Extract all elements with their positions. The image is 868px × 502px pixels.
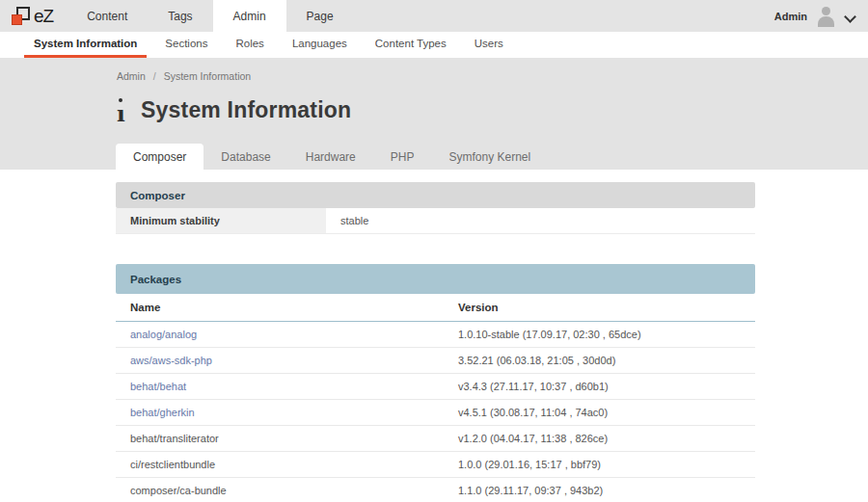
package-name-link[interactable]: aws/aws-sdk-php <box>116 348 444 373</box>
logo-orange-square <box>12 14 22 25</box>
package-version: v1.2.0 (04.04.17, 11:38 , 826ce) <box>444 426 755 451</box>
ez-logo-icon <box>12 7 30 25</box>
subnav-item-system-information[interactable]: System Information <box>24 32 147 58</box>
tab-symfony-kernel[interactable]: Symfony Kernel <box>431 144 548 170</box>
section-gap <box>116 234 868 264</box>
packages-table-header: Name Version <box>116 294 755 322</box>
package-name-link[interactable]: behat/behat <box>116 374 444 399</box>
package-version: 1.1.0 (29.11.17, 09:37 , 943b2) <box>444 478 755 502</box>
table-row: analog/analog 1.0.10-stable (17.09.17, 0… <box>116 322 755 348</box>
composer-section: Composer Minimum stability stable <box>116 182 755 234</box>
subnav-item-roles[interactable]: Roles <box>226 32 273 58</box>
tab-composer[interactable]: Composer <box>116 144 203 170</box>
package-version: v3.4.3 (27.11.17, 10:37 , d60b1) <box>444 374 755 399</box>
top-nav-item-admin[interactable]: Admin <box>213 0 286 32</box>
package-version: v4.5.1 (30.08.17, 11:04 , 74ac0) <box>444 400 755 425</box>
package-name-link[interactable]: analog/analog <box>116 322 444 347</box>
subnav-item-users[interactable]: Users <box>465 32 513 58</box>
tab-bar: Composer Database Hardware PHP Symfony K… <box>116 144 548 170</box>
breadcrumb: Admin / System Information <box>0 58 868 82</box>
breadcrumb-current: System Information <box>164 70 251 82</box>
page-title: System Information <box>141 97 351 123</box>
info-icon: ı <box>115 97 129 123</box>
breadcrumb-separator: / <box>153 70 156 82</box>
minimum-stability-label: Minimum stability <box>116 208 326 233</box>
package-version: 3.52.21 (06.03.18, 21:05 , 30d0d) <box>444 348 755 373</box>
tab-php[interactable]: PHP <box>373 144 432 170</box>
packages-section-header: Packages <box>116 264 755 294</box>
top-nav-item-content[interactable]: Content <box>67 0 148 32</box>
user-name: Admin <box>774 11 807 22</box>
package-name-link[interactable]: behat/gherkin <box>116 400 444 425</box>
package-name: composer/ca-bundle <box>116 478 444 502</box>
table-row: behat/gherkin v4.5.1 (30.08.17, 11:04 , … <box>116 400 755 426</box>
chevron-down-icon[interactable] <box>845 12 854 21</box>
tab-hardware[interactable]: Hardware <box>288 144 373 170</box>
user-menu[interactable]: Admin <box>774 0 868 32</box>
package-name: ci/restclientbundle <box>116 452 444 477</box>
admin-sub-nav: System Information Sections Roles Langua… <box>0 32 868 58</box>
minimum-stability-value: stable <box>326 208 755 233</box>
tab-database[interactable]: Database <box>203 144 287 170</box>
ez-logo[interactable]: eZ <box>0 0 67 32</box>
packages-column-name: Name <box>116 294 444 321</box>
page: eZ Content Tags Admin Page Admin System … <box>0 0 868 502</box>
top-nav-item-tags[interactable]: Tags <box>148 0 212 32</box>
table-row: aws/aws-sdk-php 3.52.21 (06.03.18, 21:05… <box>116 348 755 374</box>
title-row: ı System Information <box>0 82 868 123</box>
package-name: behat/transliterator <box>116 426 444 451</box>
top-nav: Content Tags Admin Page <box>67 0 353 32</box>
tab-content-composer: Composer Minimum stability stable Packag… <box>0 170 868 502</box>
logo-text: eZ <box>34 6 53 27</box>
table-row: ci/restclientbundle 1.0.0 (29.01.16, 15:… <box>116 452 755 478</box>
packages-section: Packages Name Version analog/analog 1.0.… <box>116 264 755 502</box>
subnav-item-sections[interactable]: Sections <box>155 32 217 58</box>
minimum-stability-row: Minimum stability stable <box>116 208 755 234</box>
page-header-band: Admin / System Information ı System Info… <box>0 58 868 170</box>
subnav-item-content-types[interactable]: Content Types <box>366 32 456 58</box>
breadcrumb-admin[interactable]: Admin <box>117 70 146 82</box>
package-version: 1.0.10-stable (17.09.17, 02:30 , 65dce) <box>444 322 755 347</box>
top-bar: eZ Content Tags Admin Page Admin <box>0 0 868 32</box>
composer-section-header: Composer <box>116 182 755 208</box>
packages-column-version: Version <box>444 294 755 321</box>
avatar-icon <box>815 5 837 27</box>
package-version: 1.0.0 (29.01.16, 15:17 , bbf79) <box>444 452 755 477</box>
top-nav-item-page[interactable]: Page <box>286 0 354 32</box>
table-row: behat/behat v3.4.3 (27.11.17, 10:37 , d6… <box>116 374 755 400</box>
table-row: composer/ca-bundle 1.1.0 (29.11.17, 09:3… <box>116 478 755 502</box>
table-row: behat/transliterator v1.2.0 (04.04.17, 1… <box>116 426 755 452</box>
subnav-item-languages[interactable]: Languages <box>283 32 357 58</box>
